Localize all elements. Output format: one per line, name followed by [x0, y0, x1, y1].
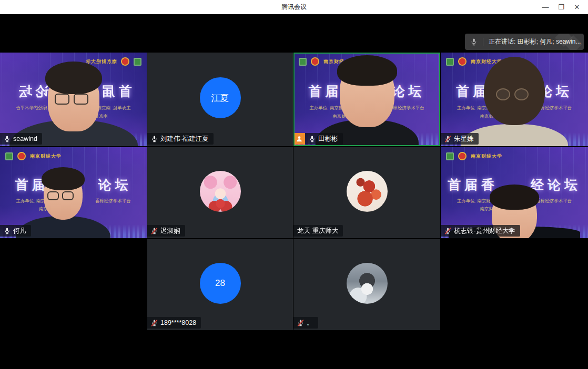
banner-subtitle2: 南京财经大学: [293, 114, 419, 120]
banner-title: 首届香 论坛: [293, 82, 440, 99]
banner-logo-row: 南京财经大学: [299, 57, 355, 66]
banner-title-left: 首届香: [82, 82, 132, 99]
banner-subtitle-right: 香樟经济学术平台: [536, 105, 572, 111]
participant-tile[interactable]: 龙天 重庆师大: [293, 147, 440, 238]
university-logo-label: 南京财经大学: [471, 153, 502, 160]
banner-title-right: 经论坛: [531, 176, 581, 193]
banner-subtitle-left: 主办单位: 南京财经大学财政: [457, 198, 513, 204]
university-logo-label: 南京财经大学: [471, 58, 502, 65]
tile-background: 南京财经大学 首届香 论坛 主办单位: 南京财经大学财政 香樟经济学术平台 南京…: [441, 53, 588, 146]
mic-muted-icon: [444, 135, 451, 143]
mic-muted-icon: [151, 319, 158, 327]
participant-name-label: 。: [293, 317, 318, 329]
banner-subtitle: 主办单位: 南京财经大学财政 香樟经济学术平台: [0, 105, 147, 111]
banner-subtitle: 主办单位: 南京财经大学财政 香樟经济学术平台: [441, 198, 588, 204]
participant-tile[interactable]: 南京财经大学 首届香 论坛 主办单位: 南京财经大学财政 香樟经济学术平台 南京…: [293, 53, 440, 146]
banner-subtitle2: 南京财经大学: [441, 206, 567, 212]
banner-title-right: 论坛: [539, 82, 573, 99]
green-logo-icon: [134, 58, 141, 66]
participant-name: 杨志银-贵州财经大学: [454, 227, 515, 235]
label-body: 189****8028: [147, 317, 201, 329]
participant-tile[interactable]: 28: [147, 239, 293, 330]
speaking-indicator-toast: 正在讲话: 田彬彬; 何凡; seawin...: [465, 34, 584, 50]
label-body: 朱星姝: [441, 133, 479, 145]
window-titlebar: 腾讯会议 — ❐ ✕: [0, 0, 588, 14]
participant-tile[interactable]: 迟淑娴: [147, 147, 293, 238]
banner-title: 首届香 论坛: [441, 82, 588, 99]
university-seal-icon: [17, 152, 26, 160]
university-seal-icon: [311, 57, 319, 66]
participant-name-label: 何凡: [0, 225, 31, 237]
participant-name: 。: [307, 319, 313, 327]
minimize-button[interactable]: —: [538, 0, 553, 14]
participant-name: 龙天 重庆师大: [297, 227, 338, 235]
label-body: 龙天 重庆师大: [293, 225, 343, 237]
banner-title-left: 首届香: [448, 176, 498, 193]
tile-background: 江夏: [147, 53, 293, 146]
participant-name: 刘建伟-福建江夏: [160, 135, 209, 144]
banner-subtitle-right: 香樟经济学术平台: [536, 198, 572, 204]
participant-name: 朱星姝: [454, 135, 474, 144]
forum-banner-background: 南京财经大学 首届香 论坛 主办单位: 南京财经大学财政 香樟经济学术平台 南京…: [441, 53, 588, 146]
university-logo-label: 南京财经大学: [323, 58, 355, 65]
participant-name-label: 迟淑娴: [147, 225, 185, 237]
participant-name-label: 189****8028: [147, 317, 201, 329]
participant-tile[interactable]: 江夏: [147, 53, 293, 146]
participant-name-label: seawind: [0, 133, 42, 145]
participant-avatar: 28: [200, 262, 241, 303]
banner-subtitle-right: 香樟经济学术平台: [95, 198, 131, 204]
participant-tile[interactable]: 南京财经大学 首届香 论坛 主办单位: 南京财经大学财政 香樟经济学术平台 南京…: [0, 53, 147, 146]
forum-banner-background: 南京财经大学 首届香 论坛 主办单位: 南京财经大学财政 香樟经济学术平台 南京…: [0, 53, 147, 146]
mic-muted-icon: [151, 227, 158, 235]
tile-background: 南京财经大学 首届香 论坛 主办单位: 南京财经大学财政 香樟经济学术平台 南京…: [0, 53, 147, 146]
participant-avatar: [347, 170, 388, 211]
banner-subtitle2: 南京财经大学: [0, 206, 126, 212]
close-button[interactable]: ✕: [569, 0, 585, 14]
participant-name: seawind: [13, 135, 37, 142]
tile-background: 南京财经大学 首届香 论坛 主办单位: 南京财经大学财政 香樟经济学术平台 南京…: [293, 53, 440, 146]
host-badge-icon: [293, 133, 305, 145]
mic-on-icon: [4, 135, 11, 143]
university-seal-icon: [458, 57, 467, 66]
label-body: 田彬彬: [305, 133, 343, 145]
banner-subtitle-left: 主办单位: 南京财经大学财政: [75, 105, 131, 111]
participant-name-label: 田彬彬: [293, 133, 343, 145]
restore-button[interactable]: ❐: [553, 0, 569, 14]
mic-muted-icon: [297, 319, 304, 327]
participant-avatar: [200, 170, 241, 211]
participant-tile[interactable]: 。: [293, 239, 440, 330]
participant-tile[interactable]: 南京财经大学 首届香 论坛 主办单位: 南京财经大学财政 香樟经济学术平台 南京…: [441, 53, 588, 146]
university-logo-label: 南京财经大学: [30, 153, 62, 160]
banner-logo-row: 南京财经大学: [446, 152, 502, 160]
participant-avatar: [347, 262, 388, 303]
participant-name-label: 杨志银-贵州财经大学: [441, 225, 520, 237]
participant-tile[interactable]: 南京财经大学 首届香 论坛 主办单位: 南京财经大学财政 香樟经济学术平台 南京…: [0, 147, 147, 238]
label-body: 何凡: [0, 225, 31, 237]
mic-on-icon: [309, 135, 316, 143]
banner-logo-row: 南京财经大学: [446, 57, 502, 66]
banner-subtitle-right: 香樟经济学术平台: [389, 105, 424, 111]
participant-tile[interactable]: 南京财经大学 首届香 经论坛 主办单位: 南京财经大学财政 香樟经济学术平台 南…: [441, 147, 588, 238]
label-body: 杨志银-贵州财经大学: [441, 225, 520, 237]
banner-logo-row: 南京财经大学: [85, 57, 141, 66]
mic-on-icon: [151, 135, 158, 143]
banner-subtitle-left: 主办单位: 南京财经大学财政: [16, 198, 72, 204]
banner-subtitle-left: 主办单位: 南京财经大学财政: [457, 105, 513, 111]
university-seal-icon: [458, 152, 467, 160]
participant-name-label: 刘建伟-福建江夏: [147, 133, 214, 145]
green-logo-icon: [5, 152, 13, 160]
forum-banner-background: 南京财经大学 首届香 论坛 主办单位: 南京财经大学财政 香樟经济学术平台 南京…: [293, 53, 440, 146]
banner-subtitle: 主办单位: 南京财经大学财政 香樟经济学术平台: [293, 105, 440, 111]
banner-title-right: 论坛: [392, 82, 425, 99]
university-seal-icon: [121, 57, 129, 66]
banner-subtitle2: 南京财经大学: [21, 114, 147, 120]
banner-subtitle: 主办单位: 南京财经大学财政 香樟经济学术平台: [441, 105, 588, 111]
green-logo-icon: [299, 58, 307, 66]
label-body: 刘建伟-福建江夏: [147, 133, 214, 145]
banner-title-right: 论坛: [15, 82, 49, 99]
participant-name: 田彬彬: [318, 135, 338, 144]
banner-subtitle-left: 主办单位: 南京财经大学财政: [309, 105, 366, 111]
label-body: 迟淑娴: [147, 225, 185, 237]
window-controls: — ❐ ✕: [538, 0, 585, 14]
participant-name: 189****8028: [160, 319, 196, 326]
